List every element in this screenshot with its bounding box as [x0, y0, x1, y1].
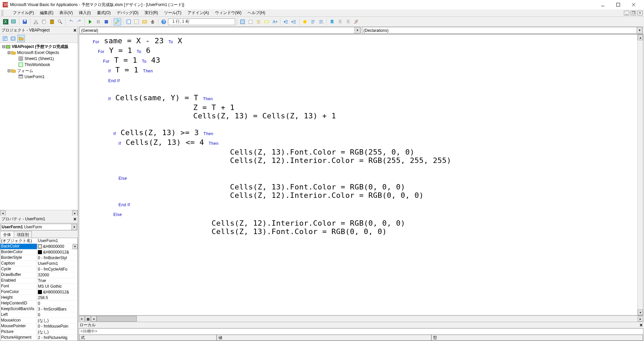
run-icon[interactable] — [87, 18, 94, 25]
procedure-view-button[interactable]: ≡ — [79, 316, 85, 322]
undo-icon[interactable] — [67, 18, 75, 25]
object-combo[interactable]: (General)▼ — [79, 27, 361, 34]
edit-tb-list-icon[interactable] — [255, 18, 262, 25]
break-icon[interactable] — [95, 18, 102, 25]
help-icon[interactable]: ? — [160, 18, 167, 25]
project-pane-close-icon[interactable]: × — [73, 27, 76, 34]
properties-pane-close-icon[interactable]: × — [73, 216, 76, 222]
save-icon[interactable] — [21, 18, 29, 25]
locals-pane-close-icon[interactable]: × — [640, 322, 643, 328]
code-editor[interactable]: For same = X - 23 To X For Y = 1 To 6 Fo… — [79, 34, 643, 316]
full-module-view-button[interactable]: ▦ — [85, 316, 91, 322]
tree-sheet1[interactable]: Sheet1 (Sheet1) — [1, 56, 77, 62]
prop-row[interactable]: Cycle0 - fmCycleAllFo — [0, 267, 77, 272]
menu-tools[interactable]: ツール(T) — [161, 9, 184, 16]
bookmark-next-icon[interactable] — [336, 18, 344, 25]
svg-rect-8 — [11, 20, 15, 23]
toggle-folders-icon[interactable] — [17, 35, 25, 42]
design-mode-icon[interactable] — [114, 18, 121, 25]
excel-icon[interactable]: X — [2, 18, 9, 25]
chevron-down-icon[interactable]: ▼ — [71, 224, 77, 230]
bookmark-toggle-icon[interactable] — [328, 18, 336, 25]
properties-object-combo[interactable]: UserForm1 UserForm ▼ — [1, 224, 77, 230]
prop-row[interactable]: Left0 — [0, 312, 77, 318]
cut-icon[interactable] — [32, 18, 40, 25]
locals-col-type[interactable]: 型 — [431, 335, 643, 341]
uncomment-block-icon[interactable] — [317, 18, 325, 25]
view-object-icon[interactable] — [9, 35, 17, 42]
prop-row[interactable]: MousePointer0 - fmMousePoin — [0, 324, 77, 329]
code-vscroll[interactable]: ▴▾ — [637, 35, 643, 315]
mdi-close-button[interactable]: × — [637, 11, 643, 15]
locals-col-value[interactable]: 値 — [217, 335, 431, 341]
edit-tb-quickinfo-icon[interactable] — [263, 18, 270, 25]
properties-grid[interactable]: (オブジェクト名)UserForm1BackColor&H8000000▼Bor… — [0, 238, 78, 341]
menu-edit[interactable]: 編集(E) — [37, 9, 56, 16]
project-explorer-icon[interactable] — [125, 18, 132, 25]
tree-excel-objects[interactable]: ⊟ Microsoft Excel Objects — [1, 50, 77, 56]
procedure-combo[interactable]: (Declarations)▼ — [362, 27, 643, 34]
menu-window[interactable]: ウィンドウ(W) — [212, 9, 244, 16]
prop-row[interactable]: CaptionUserForm1 — [0, 261, 77, 267]
find-icon[interactable] — [56, 18, 64, 25]
view-code-icon[interactable] — [1, 35, 9, 42]
prop-row[interactable]: (オブジェクト名)UserForm1 — [0, 238, 77, 244]
prop-row[interactable]: FontMS UI Gothic — [0, 284, 77, 289]
edit-tb-1-icon[interactable] — [239, 18, 246, 25]
close-button[interactable] — [626, 0, 641, 9]
project-hscroll[interactable]: ◂▸ — [0, 210, 78, 216]
prop-row[interactable]: KeepScrollBarsVis3 - fmScrollBars — [0, 306, 77, 312]
prop-row[interactable]: BorderColor&H80000012& — [0, 249, 77, 255]
mdi-restore-button[interactable]: ❐ — [631, 11, 636, 15]
redo-icon[interactable] — [75, 18, 83, 25]
prop-row[interactable]: PictureAlignment2 - fmPictureAlig — [0, 335, 77, 341]
prop-row[interactable]: MouseIcon(なし) — [0, 318, 77, 324]
code-hscroll[interactable]: ◂▸ — [91, 316, 643, 322]
breakpoint-toggle-icon[interactable] — [301, 18, 309, 25]
tree-thisworkbook[interactable]: ThisWorkbook — [1, 62, 77, 68]
mdi-minimize-button[interactable]: _ — [624, 11, 629, 15]
comment-block-icon[interactable] — [309, 18, 317, 25]
paste-icon[interactable] — [48, 18, 56, 25]
prop-row[interactable]: Picture(なし) — [0, 329, 77, 335]
prop-row[interactable]: Height258.5 — [0, 295, 77, 301]
properties-window-icon[interactable] — [133, 18, 140, 25]
menu-debug[interactable]: デバッグ(D) — [114, 9, 141, 16]
reset-icon[interactable] — [103, 18, 110, 25]
insert-userform-icon[interactable] — [10, 18, 17, 25]
tree-forms-folder[interactable]: ⊟ フォーム — [1, 68, 77, 74]
chevron-down-icon[interactable]: ▼ — [637, 27, 642, 34]
toolbox-icon[interactable] — [149, 18, 156, 25]
menu-format[interactable]: 書式(O) — [94, 9, 113, 16]
minimize-button[interactable] — [595, 0, 610, 9]
prop-row[interactable]: EnabledTrue — [0, 278, 77, 284]
menu-view[interactable]: 表示(V) — [57, 9, 75, 16]
bookmark-prev-icon[interactable] — [344, 18, 352, 25]
bookmark-clear-icon[interactable] — [353, 18, 360, 25]
prop-row[interactable]: HelpContextID0 — [0, 301, 77, 306]
maximize-button[interactable] — [610, 0, 626, 9]
menu-file[interactable]: ファイル(F) — [10, 9, 37, 16]
outdent-icon[interactable] — [290, 18, 298, 25]
prop-row[interactable]: BackColor&H8000000▼ — [0, 244, 77, 249]
prop-row[interactable]: DrawBuffer32000 — [0, 272, 77, 278]
project-tree[interactable]: ⊟ VBAProject (予想マクロ完成版 ⊟ Microsoft Excel… — [0, 43, 78, 210]
prop-row[interactable]: BorderStyle0 - fmBorderStyl — [0, 255, 77, 261]
tree-userform1[interactable]: UserForm1 — [1, 74, 77, 80]
menu-addins[interactable]: アドイン(A) — [185, 9, 212, 16]
tab-categorized[interactable]: 項目別 — [14, 231, 32, 238]
locals-col-expr[interactable]: 式 — [79, 335, 217, 341]
menu-help[interactable]: ヘルプ(H) — [245, 9, 268, 16]
edit-tb-complete-icon[interactable]: A+ — [271, 18, 278, 25]
copy-icon[interactable] — [40, 18, 48, 25]
object-browser-icon[interactable] — [141, 18, 148, 25]
tree-project-root[interactable]: ⊟ VBAProject (予想マクロ完成版 — [1, 44, 77, 50]
edit-tb-2-icon[interactable] — [247, 18, 254, 25]
menu-insert[interactable]: 挿入(I) — [76, 9, 93, 16]
menu-run[interactable]: 実行(R) — [142, 9, 161, 16]
prop-row[interactable]: ForeColor&H80000012& — [0, 289, 77, 295]
tab-alphabetic[interactable]: 全体 — [0, 231, 14, 238]
indent-icon[interactable] — [282, 18, 289, 25]
chevron-down-icon[interactable]: ▼ — [355, 27, 360, 34]
toolbar-grip[interactable] — [1, 10, 3, 16]
